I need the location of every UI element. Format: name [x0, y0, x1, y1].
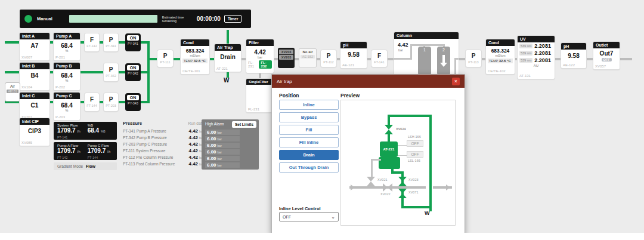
- alarm-value: 6.00: [207, 156, 216, 161]
- air-sensor-box[interactable]: Air AE151: [5, 82, 20, 101]
- pump-b-value: 68.4: [54, 72, 80, 79]
- temp-chip: TEMP 32.6 °C: [488, 59, 513, 63]
- ph-meter-2[interactable]: pH 9.58 AE-122: [561, 43, 586, 68]
- pipe: [5, 71, 20, 73]
- inline-level-control-select[interactable]: OFF ⌄: [279, 212, 339, 221]
- pump-valve-py341[interactable]: ON PY-341: [125, 33, 141, 51]
- pipe: [118, 101, 125, 103]
- position-label: Position: [279, 93, 299, 99]
- position-button-fill-inline[interactable]: Fill inline: [279, 137, 339, 147]
- pressure-list: Pressure Run data PT-341 Pump A Pressure…: [123, 121, 204, 168]
- pipe: [173, 58, 181, 60]
- high-alarm-row: 6.00bar: [205, 162, 240, 168]
- pressure-sensor-pt111[interactable]: P PT-111: [157, 50, 173, 67]
- valve-xv024-icon[interactable]: [385, 125, 393, 134]
- pipe: [410, 44, 445, 46]
- inlet-a-tag: XV007: [21, 56, 32, 59]
- valve-xv022-label: XV022: [380, 192, 391, 196]
- pressure-sensor-pt113[interactable]: P PT-113: [466, 50, 481, 67]
- pump-a-box[interactable]: Pump A 68.4 % P-201: [54, 33, 80, 60]
- pump-a-value: 68.4: [54, 42, 80, 49]
- uv-tag: AT-131: [519, 74, 531, 78]
- pressure-sensor-pt342[interactable]: P PT-342: [104, 63, 118, 81]
- inlet-b-tag: XV104: [21, 85, 32, 89]
- inlet-c-box[interactable]: Inlet C C1 XV201: [20, 93, 49, 120]
- inlet-cip-box[interactable]: Inlet CIP CIP3 XV085: [20, 118, 49, 146]
- inlet-b-box[interactable]: Inlet B B4 XV104: [20, 63, 49, 90]
- pipe: [99, 41, 104, 44]
- filter-tag-active: FL-232: [259, 60, 272, 69]
- cond-meter-2[interactable]: Cond 683.324 mS/cm TEMP 32.6 °C CE/TE-10…: [486, 39, 515, 74]
- position-button-drain[interactable]: Drain: [279, 150, 339, 160]
- pressure-row: PT-113 Post Column Pressure4.42bar: [123, 161, 204, 168]
- inlet-a-box[interactable]: Inlet A A7 XV007: [20, 33, 49, 60]
- pump-b-box[interactable]: Pump B 68.4 % P-202: [54, 63, 80, 90]
- single-filter-box[interactable]: SingleFilter FL-231: [246, 79, 274, 112]
- outlet-box[interactable]: Outlet Out7 OFF XV057: [593, 42, 620, 69]
- pump-valve-py342[interactable]: ON PY-342: [125, 63, 141, 81]
- estimated-time-value: 00:00:00: [197, 16, 221, 22]
- cond-value: 683.324: [486, 48, 515, 54]
- value: 1709.7: [57, 127, 76, 134]
- valve-xv071-icon[interactable]: [398, 189, 407, 198]
- filter-box[interactable]: Filter 4.42 bar FL-231 FL-232: [246, 39, 274, 73]
- flow-sensor-ft141[interactable]: F FT-141: [371, 50, 387, 67]
- uv-meter[interactable]: UV 539 nm 2.2081 539 nm 2.2081 539 nm 2.…: [518, 36, 555, 79]
- pump-c-box[interactable]: Pump C 68.4 % P-203: [54, 93, 80, 120]
- timer-button[interactable]: Timer: [224, 15, 242, 23]
- pipe: [387, 58, 394, 60]
- system-flow-value: 1709.7 l/h: [57, 127, 80, 135]
- valve-xv021-icon[interactable]: [367, 177, 375, 186]
- valve-xv203[interactable]: XV203: [279, 55, 293, 60]
- pipe: [555, 58, 561, 60]
- pipe: [80, 71, 104, 73]
- pipe: [388, 134, 390, 141]
- filter-header: Filter: [246, 39, 274, 46]
- dialog-header[interactable]: Air trap ×: [272, 75, 465, 88]
- pressure-sensor-pt112[interactable]: P PT-112: [321, 50, 336, 67]
- column-2-number: 2: [437, 48, 450, 52]
- valve-block-xv204-xv203[interactable]: XV204 XV203: [278, 48, 295, 68]
- sensor-tag: FT-142: [86, 44, 97, 48]
- pipe: [317, 58, 321, 60]
- flow-sensor-ft142[interactable]: F FT-142: [85, 33, 99, 51]
- run-status-icon: [24, 15, 32, 23]
- set-limits-button[interactable]: Set Limits: [232, 121, 256, 128]
- valve-xv022-icon[interactable]: [383, 183, 392, 192]
- ph-value: 9.58: [340, 51, 367, 58]
- alarm-unit: bar: [218, 144, 222, 147]
- air-trap-vessel-lower-icon: [379, 157, 400, 169]
- system-flow-col: System Flow 1709.7 l/h FT-141: [54, 122, 84, 140]
- position-button-inline[interactable]: Inline: [279, 100, 339, 110]
- pipe: [227, 30, 229, 44]
- air-sensor-tag: AE151: [7, 90, 18, 93]
- cond-meter-1[interactable]: Cond 683.324 mS/cm TEMP 32.6 °C CE/TE-10…: [181, 39, 209, 74]
- inlet-cip-tag: XV085: [21, 141, 32, 144]
- pressure-row-value: 4.42: [188, 161, 198, 167]
- pump-a-unit: %: [54, 49, 80, 53]
- outlet-state-badge: OFF: [602, 58, 612, 61]
- valve-xv023-label: XV023: [408, 178, 419, 181]
- valve-xv204[interactable]: XV204: [279, 50, 293, 54]
- close-icon[interactable]: ×: [452, 78, 460, 85]
- alarm-unit: bar: [218, 137, 222, 141]
- pump-valve-py343[interactable]: ON PY-343: [125, 93, 141, 111]
- ph-meter-1[interactable]: pH 9.58 AE-121: [340, 42, 367, 68]
- pipe: [147, 41, 150, 103]
- position-button-out-through-drain[interactable]: Out Through Drain: [279, 162, 339, 173]
- position-button-fill[interactable]: Fill: [279, 125, 339, 135]
- pipe: [99, 101, 104, 103]
- on-state-chip: ON: [127, 95, 139, 100]
- air-trap-box[interactable]: Air Trap Drain AT-221: [215, 44, 241, 72]
- position-button-bypass[interactable]: Bypass: [279, 112, 339, 122]
- high-alarm-rows: 6.00bar 6.00bar 6.00bar 6.00bar 6.00bar …: [205, 130, 240, 169]
- valve-xv023-icon[interactable]: [398, 177, 407, 186]
- valve-tag: PY-342: [127, 72, 139, 75]
- waste-label-top: W: [224, 23, 229, 29]
- sensor-letter: F: [377, 53, 381, 59]
- sensor-letter: P: [327, 53, 331, 59]
- sensor-tag: PT-113: [468, 60, 478, 64]
- pressure-sensor-pt203[interactable]: P PT-203: [104, 93, 118, 111]
- pressure-sensor-pt341[interactable]: P PT-341: [104, 33, 118, 51]
- flow-sensor-ft144[interactable]: F FT-144: [85, 93, 99, 111]
